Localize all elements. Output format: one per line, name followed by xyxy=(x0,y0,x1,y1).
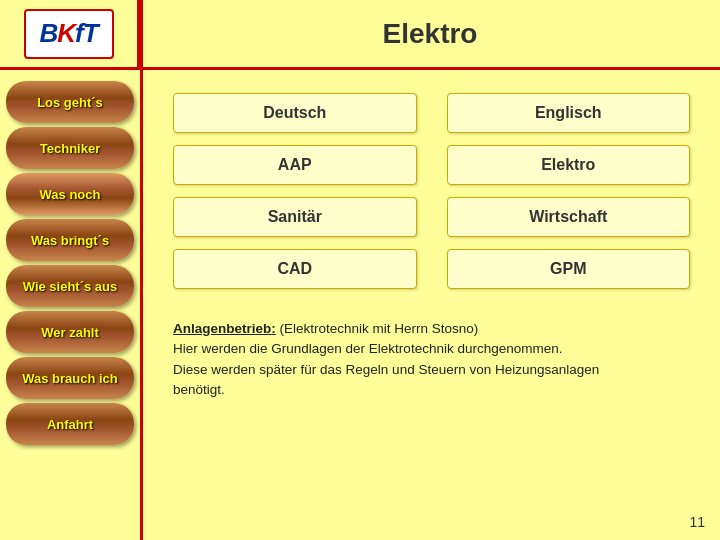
grid-btn-gpm[interactable]: GPM xyxy=(447,249,691,289)
logo-area: BKfT xyxy=(0,0,140,67)
logo-text: BKfT xyxy=(39,18,97,49)
grid-btn-deutsch[interactable]: Deutsch xyxy=(173,93,417,133)
grid-btn-wirtschaft[interactable]: Wirtschaft xyxy=(447,197,691,237)
description-area: Anlagenbetrieb: (Elektrotechnik mit Herr… xyxy=(173,319,690,400)
sidebar: Los geht´s Techniker Was noch Was bringt… xyxy=(0,73,140,453)
page-title-area: Elektro xyxy=(140,18,720,50)
grid-btn-elektro[interactable]: Elektro xyxy=(447,145,691,185)
sidebar-item-losgehts[interactable]: Los geht´s xyxy=(6,81,134,123)
logo: BKfT xyxy=(24,9,114,59)
button-grid: Deutsch Englisch AAP Elektro Sanitär Wir… xyxy=(173,93,690,289)
sidebar-item-anfahrt[interactable]: Anfahrt xyxy=(6,403,134,445)
sidebar-item-techniker[interactable]: Techniker xyxy=(6,127,134,169)
sidebar-item-wiesehtsaus[interactable]: Wie sieht´s aus xyxy=(6,265,134,307)
grid-btn-sanitaer[interactable]: Sanitär xyxy=(173,197,417,237)
sidebar-item-wasnoch[interactable]: Was noch xyxy=(6,173,134,215)
sidebar-item-wasbrauchich[interactable]: Was brauch ich xyxy=(6,357,134,399)
top-bar: BKfT Elektro xyxy=(0,0,720,70)
sidebar-item-wasbringts[interactable]: Was bringt´s xyxy=(6,219,134,261)
grid-btn-cad[interactable]: CAD xyxy=(173,249,417,289)
page-number: 11 xyxy=(689,514,705,530)
grid-btn-englisch[interactable]: Englisch xyxy=(447,93,691,133)
main-content: Deutsch Englisch AAP Elektro Sanitär Wir… xyxy=(143,73,720,540)
sidebar-item-werzahlt[interactable]: Wer zahlt xyxy=(6,311,134,353)
page-title: Elektro xyxy=(383,18,478,50)
grid-btn-aap[interactable]: AAP xyxy=(173,145,417,185)
description-title: Anlagenbetrieb: xyxy=(173,321,276,336)
